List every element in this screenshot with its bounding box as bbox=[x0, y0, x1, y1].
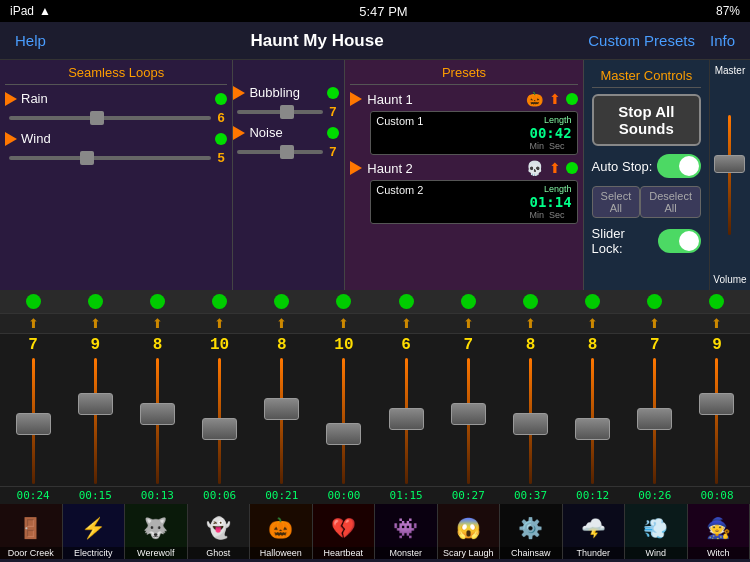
time-cell-8: 00:37 bbox=[499, 489, 561, 502]
fader-handle-5[interactable] bbox=[326, 423, 361, 445]
level-cell-3: 10 bbox=[189, 336, 251, 354]
thumb-cell-witch[interactable]: 🧙 Witch bbox=[688, 504, 751, 559]
fader-handle-0[interactable] bbox=[16, 413, 51, 435]
thumb-cell-electricity[interactable]: ⚡ Electricity bbox=[63, 504, 126, 559]
noise-level: 7 bbox=[329, 144, 339, 159]
level-num-8: 8 bbox=[526, 336, 536, 354]
master-fader-handle[interactable] bbox=[714, 155, 745, 173]
fader-cell-0 bbox=[2, 356, 64, 486]
time-cell-7: 00:27 bbox=[437, 489, 499, 502]
seamless-loops-header: Seamless Loops bbox=[5, 65, 227, 85]
ipad-label: iPad bbox=[10, 4, 34, 18]
select-all-button[interactable]: Select All bbox=[592, 186, 641, 218]
thumb-cell-ghost[interactable]: 👻 Ghost bbox=[188, 504, 251, 559]
bubbling-slider-thumb[interactable] bbox=[280, 105, 294, 119]
thumb-label-4: Halloween bbox=[250, 547, 312, 559]
haunt1-dot bbox=[566, 93, 578, 105]
thumb-img-11: 🧙 bbox=[688, 509, 750, 547]
upload-icon-5[interactable]: ⬆ bbox=[338, 316, 349, 331]
upload-icon-3[interactable]: ⬆ bbox=[214, 316, 225, 331]
volume-label: Volume bbox=[713, 274, 746, 285]
thumb-cell-werewolf[interactable]: 🐺 Werewolf bbox=[125, 504, 188, 559]
upload-icon-2[interactable]: ⬆ bbox=[152, 316, 163, 331]
fader-handle-3[interactable] bbox=[202, 418, 237, 440]
time-val-7: 00:27 bbox=[452, 489, 485, 502]
wind-slider-thumb[interactable] bbox=[80, 151, 94, 165]
thumb-cell-chainsaw[interactable]: ⚙️ Chainsaw bbox=[500, 504, 563, 559]
help-button[interactable]: Help bbox=[15, 32, 46, 49]
upload-icon-9[interactable]: ⬆ bbox=[587, 316, 598, 331]
green-dot-1 bbox=[88, 294, 103, 309]
play-haunt1-button[interactable] bbox=[350, 92, 362, 106]
status-right: 87% bbox=[716, 4, 740, 18]
thumb-cell-wind[interactable]: 💨 Wind bbox=[625, 504, 688, 559]
thumb-cell-heartbeat[interactable]: 💔 Heartbeat bbox=[313, 504, 376, 559]
fader-handle-4[interactable] bbox=[264, 398, 299, 420]
noise-slider-thumb[interactable] bbox=[280, 145, 294, 159]
rain-active-dot bbox=[215, 93, 227, 105]
thumb-cell-monster[interactable]: 👾 Monster bbox=[375, 504, 438, 559]
bubbling-slider[interactable] bbox=[237, 110, 323, 114]
master-controls-panel: Master Controls Stop All Sounds Auto Sto… bbox=[584, 60, 709, 290]
rain-slider-thumb[interactable] bbox=[90, 111, 104, 125]
upload-icon-6[interactable]: ⬆ bbox=[401, 316, 412, 331]
stop-all-button[interactable]: Stop All Sounds bbox=[592, 94, 701, 146]
upload-icon-8[interactable]: ⬆ bbox=[525, 316, 536, 331]
dot-cell-3 bbox=[189, 294, 251, 309]
noise-slider[interactable] bbox=[237, 150, 323, 154]
level-num-5: 10 bbox=[334, 336, 353, 354]
green-dot-9 bbox=[585, 294, 600, 309]
upload-cell-6: ⬆ bbox=[375, 316, 437, 331]
upload2-icon[interactable]: ⬆ bbox=[549, 160, 561, 176]
thumb-label-3: Ghost bbox=[188, 547, 250, 559]
thumb-cell-halloween[interactable]: 🎃 Halloween bbox=[250, 504, 313, 559]
upload-icon-7[interactable]: ⬆ bbox=[463, 316, 474, 331]
master-fader-track bbox=[728, 115, 731, 235]
thumb-cell-door-creek[interactable]: 🚪 Door Creek bbox=[0, 504, 63, 559]
presets-header: Presets bbox=[350, 65, 577, 85]
rain-label: Rain bbox=[21, 91, 211, 106]
fader-handle-8[interactable] bbox=[513, 413, 548, 435]
level-num-2: 8 bbox=[153, 336, 163, 354]
time-cell-5: 00:00 bbox=[313, 489, 375, 502]
fader-handle-10[interactable] bbox=[637, 408, 672, 430]
fader-handle-9[interactable] bbox=[575, 418, 610, 440]
upload-icon-1[interactable]: ⬆ bbox=[90, 316, 101, 331]
upload-icon-11[interactable]: ⬆ bbox=[711, 316, 722, 331]
time-val-11: 00:08 bbox=[700, 489, 733, 502]
upload-icon-0[interactable]: ⬆ bbox=[28, 316, 39, 331]
wifi-icon: ▲ bbox=[39, 4, 51, 18]
upload-cell-8: ⬆ bbox=[499, 316, 561, 331]
time-cell-2: 00:13 bbox=[126, 489, 188, 502]
thumb-cell-scary-laugh[interactable]: 😱 Scary Laugh bbox=[438, 504, 501, 559]
upload-icon-4[interactable]: ⬆ bbox=[276, 316, 287, 331]
rain-slider[interactable] bbox=[9, 116, 211, 120]
fader-handle-6[interactable] bbox=[389, 408, 424, 430]
play-noise-button[interactable] bbox=[233, 126, 245, 140]
thumb-cell-thunder[interactable]: 🌩️ Thunder bbox=[563, 504, 626, 559]
fader-handle-11[interactable] bbox=[699, 393, 734, 415]
slider-lock-toggle[interactable] bbox=[658, 229, 701, 253]
play-haunt2-button[interactable] bbox=[350, 161, 362, 175]
upload-icon-10[interactable]: ⬆ bbox=[649, 316, 660, 331]
play-bubbling-button[interactable] bbox=[233, 86, 245, 100]
upload1-icon[interactable]: ⬆ bbox=[549, 91, 561, 107]
fader-handle-1[interactable] bbox=[78, 393, 113, 415]
custom-presets-button[interactable]: Custom Presets bbox=[588, 32, 695, 49]
play-wind-button[interactable] bbox=[5, 132, 17, 146]
upload-row: ⬆⬆⬆⬆⬆⬆⬆⬆⬆⬆⬆⬆ bbox=[0, 314, 750, 334]
pumpkin-icon: 🎃 bbox=[526, 91, 543, 107]
min-label1: Min bbox=[529, 141, 544, 151]
fader-handle-2[interactable] bbox=[140, 403, 175, 425]
deselect-all-button[interactable]: Deselect All bbox=[640, 186, 701, 218]
play-rain-button[interactable] bbox=[5, 92, 17, 106]
thumb-label-6: Monster bbox=[375, 547, 437, 559]
thumb-img-1: ⚡ bbox=[63, 509, 125, 547]
wind-slider[interactable] bbox=[9, 156, 211, 160]
level-num-0: 7 bbox=[28, 336, 38, 354]
haunt1-label: Haunt 1 bbox=[367, 92, 520, 107]
fader-handle-7[interactable] bbox=[451, 403, 486, 425]
info-button[interactable]: Info bbox=[710, 32, 735, 49]
auto-stop-toggle[interactable] bbox=[657, 154, 701, 178]
thumb-label-2: Werewolf bbox=[125, 547, 187, 559]
